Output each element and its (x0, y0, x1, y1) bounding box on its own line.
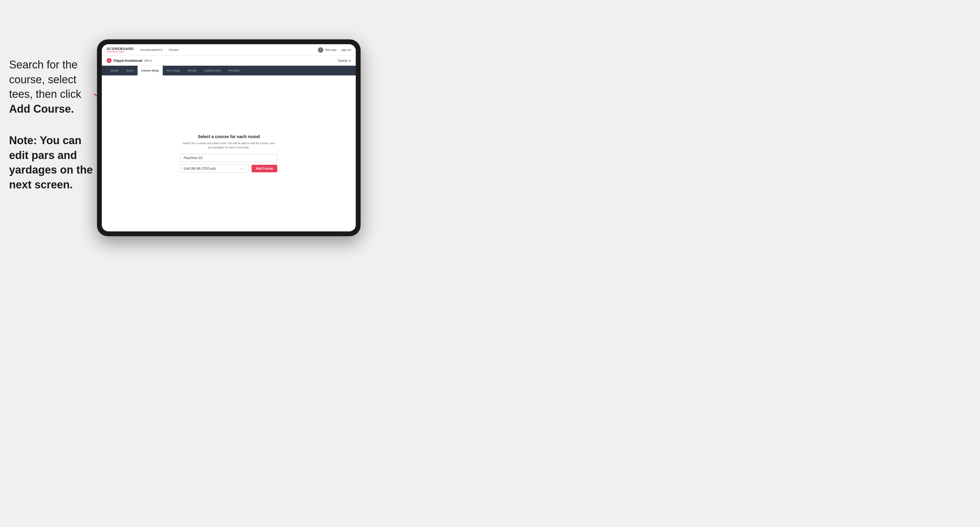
tee-select-dropdown[interactable]: Gold (M) (M) (7010 yds) ✕ ⌄ (180, 165, 249, 173)
section-title: Select a course for each round (180, 134, 277, 139)
tab-results[interactable]: Results (184, 66, 200, 75)
tournament-gender: (Men) (144, 59, 152, 62)
tab-teams[interactable]: Teams (123, 66, 138, 75)
instruction-note: Note: You can edit pars and yardages on … (9, 133, 97, 192)
clear-icon[interactable]: ✕ (240, 167, 242, 170)
user-avatar: T (318, 47, 323, 53)
main-content: Select a course for each round Search fo… (102, 75, 356, 232)
chevron-icon[interactable]: ⌄ (243, 167, 246, 170)
tab-leaderboards[interactable]: Leaderboards (200, 66, 224, 75)
tee-select-value: Gold (M) (M) (7010 yds) (184, 167, 216, 170)
tab-course-setup[interactable]: Course Setup (138, 66, 163, 75)
logo-area: SCOREBOARD Powered by clippd (107, 47, 134, 53)
instruction-note-text: Note: You can edit pars and yardages on … (9, 134, 93, 191)
tablet-screen: SCOREBOARD Powered by clippd TOURNAMENTS… (102, 44, 356, 232)
tablet-frame: SCOREBOARD Powered by clippd TOURNAMENTS… (97, 40, 361, 236)
course-search-input[interactable] (180, 154, 277, 162)
tab-tee-groups[interactable]: Tee Groups (163, 66, 184, 75)
top-nav: SCOREBOARD Powered by clippd TOURNAMENTS… (102, 44, 356, 56)
cancel-button[interactable]: Cancel ✕ (338, 59, 351, 62)
tab-details[interactable]: Details (107, 66, 123, 75)
add-course-button[interactable]: Add Course (251, 165, 277, 172)
course-section: Select a course for each round Search fo… (180, 134, 277, 173)
separator: | (339, 48, 339, 51)
tournament-name: Clippd Invitational (113, 59, 142, 62)
top-nav-left: SCOREBOARD Powered by clippd TOURNAMENTS… (107, 47, 179, 53)
instruction-bold: Add Course. (9, 103, 74, 115)
nav-teams[interactable]: TEAMS (169, 48, 179, 51)
instruction-search: Search for the course, select tees, then… (9, 57, 88, 116)
tab-printables[interactable]: Printables (224, 66, 244, 75)
top-nav-right: T Test User | Sign out (318, 47, 351, 53)
tournament-icon: C (107, 58, 111, 63)
user-name: Test User (325, 48, 337, 51)
instruction-search-text: Search for the course, select tees, then… (9, 59, 81, 100)
logo-scoreboard: SCOREBOARD (107, 47, 134, 51)
tournament-title: C Clippd Invitational (Men) (107, 58, 152, 63)
tee-select-row: Gold (M) (M) (7010 yds) ✕ ⌄ Add Course (180, 165, 277, 173)
tournament-bar: C Clippd Invitational (Men) Cancel ✕ (102, 56, 356, 66)
sign-out-link[interactable]: Sign out (341, 48, 351, 51)
section-description: Search for a course and select a tee. Yo… (180, 141, 277, 149)
logo-sub: Powered by clippd (107, 51, 134, 53)
tab-bar: Details Teams Course Setup Tee Groups Re… (102, 66, 356, 75)
tee-select-icons: ✕ ⌄ (240, 167, 246, 170)
nav-tournaments[interactable]: TOURNAMENTS (140, 48, 162, 51)
